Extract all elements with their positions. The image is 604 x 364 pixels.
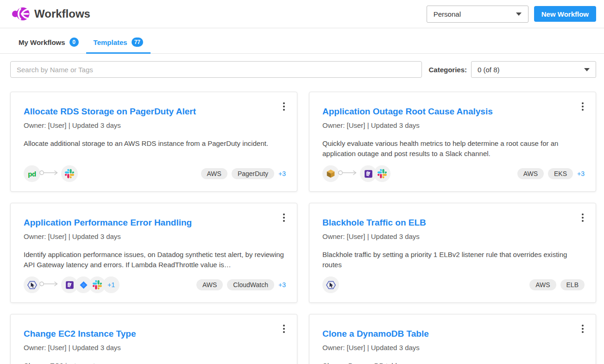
workflow-card: Blackhole Traffic on ELB Owner: [User] |…	[309, 203, 596, 303]
hexagon-cursor-icon	[24, 276, 40, 293]
workflow-description: Identify application performance issues,…	[24, 250, 284, 270]
arrow-connector-icon	[39, 280, 60, 289]
card-menu-button[interactable]	[578, 322, 587, 336]
tag-pill[interactable]: AWS	[196, 279, 223, 290]
workflow-meta: Owner: [User] | Updated 3 days	[322, 232, 583, 240]
connector-icon-chain: +1	[24, 276, 120, 293]
workflow-card: Allocate RDS Storage on PagerDuty Alert …	[10, 92, 297, 192]
workflow-card: Clone a DynamoDB Table Owner: [User] | U…	[309, 314, 596, 364]
pagerduty-icon: pd	[24, 165, 40, 182]
filter-bar: Categories: 0 (of 8)	[0, 54, 604, 84]
slack-icon	[374, 165, 390, 182]
card-footer: AWSELB	[322, 276, 585, 293]
tag-row: AWSEKS+3	[517, 168, 585, 179]
tag-pill[interactable]: CloudWatch	[227, 279, 274, 290]
more-tags[interactable]: +3	[278, 170, 286, 177]
workflow-card-grid: Allocate RDS Storage on PagerDuty Alert …	[0, 84, 604, 364]
slack-icon	[61, 165, 78, 182]
aws-icon	[322, 165, 339, 182]
tag-pill[interactable]: AWS	[529, 279, 556, 290]
workflow-description: Quickly evaluate various health metrics …	[322, 138, 583, 159]
page-title: Workflows	[34, 7, 90, 20]
card-footer: pd AWSPagerDuty+3	[24, 165, 286, 182]
card-menu-button[interactable]	[578, 100, 587, 113]
workflow-meta: Owner: [User] | Updated 3 days	[322, 121, 583, 129]
tab-count-badge: 0	[69, 38, 79, 47]
overflow-count-icon: +1	[103, 276, 120, 293]
card-menu-button[interactable]	[279, 211, 289, 225]
hexagon-cursor-icon	[322, 276, 339, 293]
search-input[interactable]	[10, 61, 422, 78]
tab-label: My Workflows	[19, 38, 65, 46]
tag-row: AWSCloudWatch+3	[196, 279, 286, 290]
workspace-selector[interactable]: Personal	[427, 6, 528, 23]
tag-pill[interactable]: AWS	[201, 168, 227, 179]
workflow-meta: Owner: [User] | Updated 3 days	[24, 121, 284, 129]
connector-icon-chain	[322, 165, 390, 182]
workflow-card: Application Outage Root Cause Analysis O…	[309, 92, 596, 192]
workflow-title-link[interactable]: Application Outage Root Cause Analysis	[322, 106, 583, 117]
tab-count-badge: 77	[132, 38, 143, 47]
workflow-meta: Owner: [User] | Updated 3 days	[24, 232, 284, 240]
workflow-title-link[interactable]: Blackhole Traffic on ELB	[322, 217, 583, 228]
chevron-down-icon	[516, 13, 522, 16]
more-tags[interactable]: +3	[278, 281, 286, 289]
workflow-card: Application Performance Error Handling O…	[10, 203, 297, 303]
workflow-title-link[interactable]: Clone a DynamoDB Table	[322, 328, 583, 339]
more-tags[interactable]: +3	[577, 170, 585, 177]
categories-dropdown-value: 0 (of 8)	[478, 66, 500, 74]
connector-icon-chain	[322, 276, 339, 293]
tag-pill[interactable]: ELB	[560, 279, 585, 290]
workflow-description: Change EC2 instance type	[24, 361, 284, 364]
workflow-card: Change EC2 Instance Type Owner: [User] |…	[10, 314, 297, 364]
workflow-description: Blackhole traffic by setting a priority …	[322, 250, 583, 270]
card-menu-button[interactable]	[578, 211, 587, 225]
workflow-title-link[interactable]: Allocate RDS Storage on PagerDuty Alert	[24, 106, 284, 117]
tab-templates[interactable]: Templates 77	[86, 28, 151, 53]
tab-bar: My Workflows 0 Templates 77	[0, 28, 604, 54]
workflow-meta: Owner: [User] | Updated 3 days	[24, 344, 284, 351]
workflow-meta: Owner: [User] | Updated 3 days	[322, 344, 583, 351]
workflow-title-link[interactable]: Application Performance Error Handling	[24, 217, 284, 228]
workflow-description: Clone a DynamoDB table	[322, 361, 583, 364]
tag-pill[interactable]: AWS	[517, 168, 544, 179]
chevron-down-icon	[584, 68, 590, 71]
tab-label: Templates	[94, 38, 127, 46]
workflow-title-link[interactable]: Change EC2 Instance Type	[24, 328, 284, 339]
tag-pill[interactable]: PagerDuty	[232, 168, 274, 179]
tag-pill[interactable]: EKS	[548, 168, 573, 179]
categories-label: Categories:	[428, 66, 467, 74]
tag-row: AWSELB	[529, 279, 585, 290]
card-footer: +1 AWSCloudWatch+3	[24, 276, 286, 293]
tab-my-workflows[interactable]: My Workflows 0	[11, 28, 86, 53]
card-footer: AWSEKS+3	[322, 165, 585, 182]
workspace-selector-value: Personal	[434, 10, 461, 18]
workflow-description: Allocate additional storage to an AWS RD…	[24, 138, 284, 149]
card-menu-button[interactable]	[279, 100, 289, 113]
categories-dropdown[interactable]: 0 (of 8)	[471, 61, 596, 78]
tag-row: AWSPagerDuty+3	[201, 168, 286, 179]
card-menu-button[interactable]	[279, 322, 289, 336]
page-header: Workflows Personal New Workflow	[0, 0, 604, 28]
arrow-connector-icon	[338, 169, 359, 178]
app-logo-icon	[11, 5, 30, 23]
connector-icon-chain: pd	[24, 165, 78, 182]
arrow-connector-icon	[39, 169, 60, 178]
new-workflow-button[interactable]: New Workflow	[534, 6, 596, 22]
